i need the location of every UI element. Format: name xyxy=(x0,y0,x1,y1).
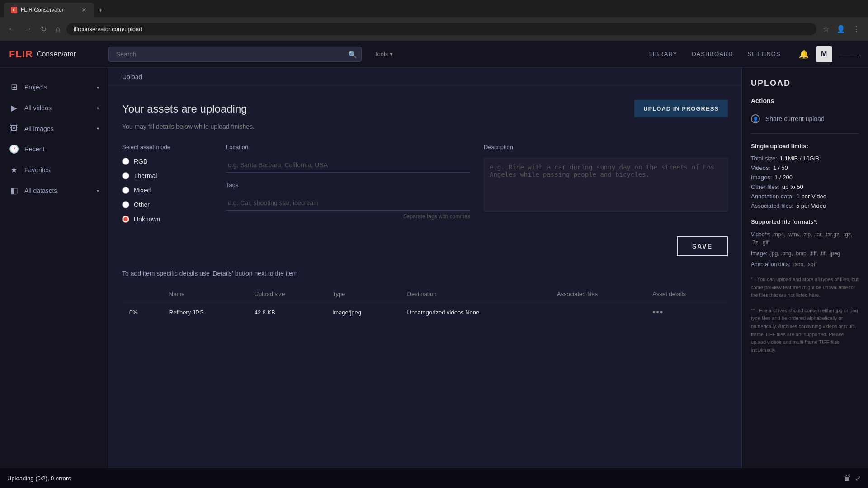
bookmark-button[interactable]: ☆ xyxy=(820,22,832,36)
limits-list: Total size: 1.1MiB / 10GiB Videos: 1 / 5… xyxy=(751,155,859,209)
tags-label: Tags xyxy=(226,182,470,188)
formats-title: Supported file formats*: xyxy=(751,218,859,225)
limit-images: Images: 1 / 200 xyxy=(751,174,859,181)
search-input[interactable] xyxy=(108,47,362,62)
radio-thermal-input[interactable] xyxy=(122,172,129,179)
row-asset-details: ••• xyxy=(645,302,728,323)
tags-input[interactable] xyxy=(226,196,470,211)
tags-hint: Separate tags with commas xyxy=(226,213,470,220)
table-header-row: Name Upload size Type Destination Associ… xyxy=(122,286,728,302)
sidebar-all-datasets-label: All datasets xyxy=(24,187,57,194)
logo-text: Conservator xyxy=(37,50,76,58)
profile-button[interactable]: 👤 xyxy=(834,22,848,36)
radio-unknown-input[interactable] xyxy=(122,216,129,223)
share-icon: 👤 xyxy=(751,114,760,123)
extensions-button[interactable]: ⋮ xyxy=(850,22,863,36)
forward-button[interactable]: → xyxy=(22,22,34,36)
radio-thermal[interactable]: Thermal xyxy=(122,172,212,179)
sidebar-item-all-images[interactable]: 🖼 All images ▾ xyxy=(0,118,108,139)
browser-actions: ☆ 👤 ⋮ xyxy=(820,22,863,36)
tools-button[interactable]: Tools ▾ xyxy=(371,49,396,59)
trash-button[interactable]: 🗑 xyxy=(844,474,851,483)
main-content: Upload Your assets are uploading UPLOAD … xyxy=(108,68,741,488)
location-label: Location xyxy=(226,144,470,150)
bottom-bar: Uploading (0/2), 0 errors 🗑 ⤢ xyxy=(0,468,868,488)
upload-section: Your assets are uploading UPLOAD IN PROG… xyxy=(108,86,741,337)
right-panel: UPLOAD Actions 👤 Share current upload Si… xyxy=(741,68,868,488)
share-label: Share current upload xyxy=(765,115,825,122)
radio-other-input[interactable] xyxy=(122,201,129,208)
limit-annotation: Annotation data: 1 per Video xyxy=(751,193,859,200)
row-name: Refinery JPG xyxy=(162,302,247,323)
form-grid: Select asset mode RGB Thermal xyxy=(122,144,728,223)
search-icon[interactable]: 🔍 xyxy=(348,50,357,58)
sidebar-recent-label: Recent xyxy=(24,145,44,153)
tab-title: FLIR Conservator xyxy=(21,7,78,13)
sidebar-all-images-label: All images xyxy=(24,125,54,132)
col-type: Type xyxy=(325,286,400,302)
radio-mixed[interactable]: Mixed xyxy=(122,187,212,194)
format-video: Video**: .mp4, .wmv, .zip, .tar, .tar.gz… xyxy=(751,230,859,247)
favorites-icon: ★ xyxy=(9,165,19,175)
tab-close-button[interactable]: ✕ xyxy=(81,6,87,14)
radio-other[interactable]: Other xyxy=(122,201,212,208)
app-container: FLIR Conservator 🔍 Tools ▾ LIBRARY DASHB… xyxy=(0,41,868,488)
row-associated-files xyxy=(550,302,645,323)
radio-thermal-label: Thermal xyxy=(134,172,157,179)
sidebar-item-recent[interactable]: 🕐 Recent xyxy=(0,139,108,160)
limit-videos: Videos: 1 / 50 xyxy=(751,164,859,171)
table-row: 0% Refinery JPG 42.8 KB image/jpeg Uncat… xyxy=(122,302,728,323)
radio-rgb[interactable]: RGB xyxy=(122,158,212,165)
nav-library[interactable]: LIBRARY xyxy=(649,51,677,57)
sidebar-item-all-datasets[interactable]: ◧ All datasets ▾ xyxy=(0,180,108,201)
flir-logo: FLIR xyxy=(9,48,33,60)
address-bar[interactable] xyxy=(66,23,816,35)
row-destination: Uncategorized videos None xyxy=(400,302,550,323)
nav-dashboard[interactable]: DASHBOARD xyxy=(692,51,733,57)
nav-settings[interactable]: SETTINGS xyxy=(748,51,781,57)
limits-title: Single upload limits: xyxy=(751,143,859,150)
sidebar-item-favorites[interactable]: ★ Favorites xyxy=(0,160,108,180)
share-upload-action[interactable]: 👤 Share current upload xyxy=(751,112,859,126)
more-options-button[interactable]: ••• xyxy=(652,308,664,317)
save-button[interactable]: SAVE xyxy=(677,236,728,256)
username: ______ xyxy=(840,51,859,57)
logo-area: FLIR Conservator xyxy=(9,48,99,60)
home-button[interactable]: ⌂ xyxy=(53,22,63,36)
details-hint: To add item specific details use 'Detail… xyxy=(122,270,728,277)
nav-links: LIBRARY DASHBOARD SETTINGS xyxy=(649,51,781,57)
description-textarea[interactable] xyxy=(484,158,728,212)
description-section: Description xyxy=(484,144,728,223)
location-input[interactable] xyxy=(226,158,470,173)
tab-favicon: F xyxy=(11,7,17,13)
sidebar-item-all-videos[interactable]: ▶ All videos ▾ xyxy=(0,98,108,118)
sidebar-all-videos-label: All videos xyxy=(24,104,52,112)
notification-bell-icon[interactable]: 🔔 xyxy=(799,49,809,59)
sidebar-favorites-label: Favorites xyxy=(24,166,51,174)
reload-button[interactable]: ↻ xyxy=(38,22,49,36)
sidebar-projects-label: Projects xyxy=(24,84,47,91)
upload-progress-button[interactable]: UPLOAD IN PROGRESS xyxy=(634,100,728,117)
asset-mode-section: Select asset mode RGB Thermal xyxy=(122,144,212,223)
back-button[interactable]: ← xyxy=(5,22,18,36)
expand-button[interactable]: ⤢ xyxy=(855,474,861,483)
col-name: Name xyxy=(162,286,247,302)
location-tags-section: Location Tags Separate tags with commas xyxy=(226,144,470,223)
row-progress: 0% xyxy=(122,302,162,323)
avatar: M xyxy=(816,46,832,62)
all-images-expand-icon: ▾ xyxy=(97,126,99,131)
active-tab: F FLIR Conservator ✕ xyxy=(4,3,94,17)
all-datasets-expand-icon: ▾ xyxy=(97,188,99,193)
asset-mode-radio-group: RGB Thermal Mixed xyxy=(122,158,212,223)
sidebar-item-projects[interactable]: ⊞ Projects ▾ xyxy=(0,77,108,98)
col-destination: Destination xyxy=(400,286,550,302)
radio-rgb-input[interactable] xyxy=(122,158,129,165)
radio-unknown[interactable]: Unknown xyxy=(122,216,212,223)
breadcrumb-bar: Upload xyxy=(108,68,741,86)
search-container: 🔍 xyxy=(108,47,362,62)
asset-mode-label: Select asset mode xyxy=(122,144,212,150)
divider xyxy=(751,133,859,134)
new-tab-button[interactable]: + xyxy=(95,3,106,17)
radio-mixed-input[interactable] xyxy=(122,187,129,194)
files-table: Name Upload size Type Destination Associ… xyxy=(122,286,728,323)
